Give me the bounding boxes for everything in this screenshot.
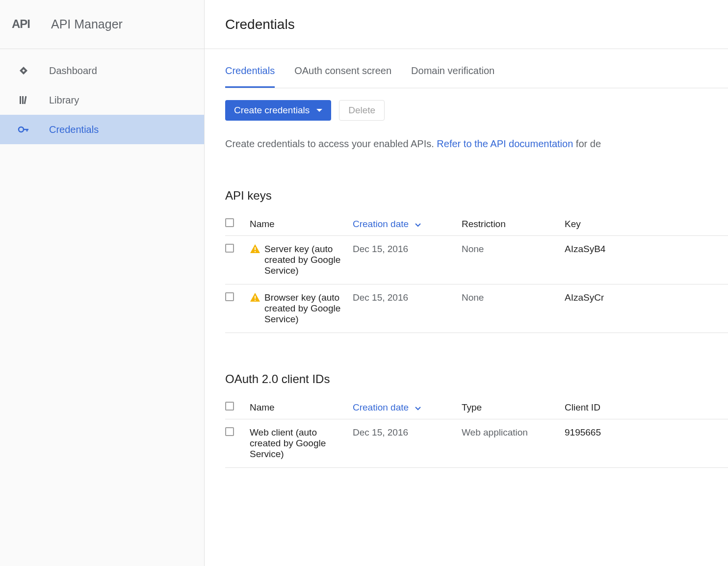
tab-oauth-consent[interactable]: OAuth consent screen bbox=[294, 65, 391, 88]
row-name[interactable]: Web client (auto created by Google Servi… bbox=[250, 427, 349, 460]
sidebar: API API Manager Dashboard bbox=[0, 0, 205, 566]
svg-point-5 bbox=[19, 127, 24, 132]
oauth-title: OAuth 2.0 client IDs bbox=[225, 372, 728, 386]
table-row: Server key (auto created by Google Servi… bbox=[225, 236, 728, 284]
column-creation-date[interactable]: Creation date bbox=[353, 212, 462, 236]
create-credentials-button[interactable]: Create credentials bbox=[225, 100, 331, 121]
row-date: Dec 15, 2016 bbox=[353, 236, 462, 284]
row-restriction: None bbox=[462, 284, 565, 333]
select-all-checkbox[interactable] bbox=[225, 402, 234, 411]
column-key[interactable]: Key bbox=[565, 212, 728, 236]
table-row: Web client (auto created by Google Servi… bbox=[225, 419, 728, 468]
column-client-id[interactable]: Client ID bbox=[565, 396, 728, 419]
main-header: Credentials bbox=[205, 0, 728, 49]
chevron-down-icon bbox=[415, 219, 421, 230]
row-date: Dec 15, 2016 bbox=[353, 284, 462, 333]
description-suffix: for de bbox=[573, 138, 601, 149]
select-all-checkbox[interactable] bbox=[225, 218, 234, 227]
sidebar-item-library[interactable]: Library bbox=[0, 85, 204, 115]
row-client-id: 9195665 bbox=[565, 419, 728, 468]
row-type: Web application bbox=[462, 419, 565, 468]
page-title: Credentials bbox=[225, 17, 295, 32]
warning-icon bbox=[250, 244, 260, 256]
api-keys-section: API keys Name Creation date bbox=[225, 189, 728, 333]
row-key: AIzaSyCr bbox=[565, 284, 728, 333]
sidebar-item-label: Credentials bbox=[49, 124, 99, 135]
api-logo-icon: API bbox=[12, 18, 39, 31]
content: Credentials OAuth consent screen Domain … bbox=[205, 49, 728, 468]
sidebar-item-label: Dashboard bbox=[49, 65, 97, 77]
tab-domain-verification[interactable]: Domain verification bbox=[411, 65, 494, 88]
api-keys-table: Name Creation date Restriction Key bbox=[225, 212, 728, 333]
tab-credentials[interactable]: Credentials bbox=[225, 65, 275, 88]
description-prefix: Create credentials to access your enable… bbox=[225, 138, 437, 149]
sidebar-header: API API Manager bbox=[0, 0, 204, 49]
column-creation-date-label: Creation date bbox=[353, 219, 409, 229]
row-checkbox[interactable] bbox=[225, 292, 234, 301]
library-icon bbox=[18, 94, 29, 106]
description: Create credentials to access your enable… bbox=[225, 138, 728, 150]
column-creation-date-label: Creation date bbox=[353, 402, 409, 412]
column-name[interactable]: Name bbox=[250, 212, 353, 236]
create-credentials-label: Create credentials bbox=[234, 105, 310, 116]
key-icon bbox=[18, 124, 29, 135]
svg-rect-8 bbox=[255, 247, 256, 250]
sidebar-nav: Dashboard Library bbox=[0, 49, 204, 144]
table-row: Browser key (auto created by Google Serv… bbox=[225, 284, 728, 333]
main: Credentials Credentials OAuth consent sc… bbox=[205, 0, 728, 566]
row-name[interactable]: Server key (auto created by Google Servi… bbox=[264, 244, 349, 276]
oauth-section: OAuth 2.0 client IDs Name Creation date bbox=[225, 372, 728, 468]
column-type[interactable]: Type bbox=[462, 396, 565, 419]
column-name[interactable]: Name bbox=[250, 396, 353, 419]
description-link[interactable]: Refer to the API documentation bbox=[437, 138, 573, 149]
delete-button[interactable]: Delete bbox=[339, 100, 385, 121]
svg-rect-3 bbox=[22, 96, 24, 104]
dashboard-icon bbox=[18, 65, 29, 77]
sidebar-item-credentials[interactable]: Credentials bbox=[0, 115, 204, 144]
sidebar-item-label: Library bbox=[49, 95, 79, 106]
svg-rect-11 bbox=[255, 300, 256, 301]
row-name[interactable]: Browser key (auto created by Google Serv… bbox=[264, 292, 349, 325]
svg-rect-9 bbox=[255, 251, 256, 252]
svg-rect-4 bbox=[24, 96, 27, 104]
svg-text:API: API bbox=[12, 18, 30, 30]
row-restriction: None bbox=[462, 236, 565, 284]
tabs: Credentials OAuth consent screen Domain … bbox=[225, 49, 728, 88]
svg-rect-2 bbox=[20, 96, 21, 104]
dropdown-triangle-icon bbox=[316, 109, 322, 112]
oauth-table: Name Creation date Type Client ID bbox=[225, 396, 728, 468]
row-checkbox[interactable] bbox=[225, 427, 234, 436]
svg-rect-10 bbox=[255, 296, 256, 299]
api-keys-title: API keys bbox=[225, 189, 728, 203]
action-row: Create credentials Delete bbox=[225, 100, 728, 121]
row-checkbox[interactable] bbox=[225, 244, 234, 253]
row-date: Dec 15, 2016 bbox=[353, 419, 462, 468]
sidebar-item-dashboard[interactable]: Dashboard bbox=[0, 56, 204, 85]
column-creation-date[interactable]: Creation date bbox=[353, 396, 462, 419]
chevron-down-icon bbox=[415, 402, 421, 413]
row-key: AIzaSyB4 bbox=[565, 236, 728, 284]
warning-icon bbox=[250, 292, 260, 305]
column-restriction[interactable]: Restriction bbox=[462, 212, 565, 236]
app-title: API Manager bbox=[51, 17, 123, 31]
